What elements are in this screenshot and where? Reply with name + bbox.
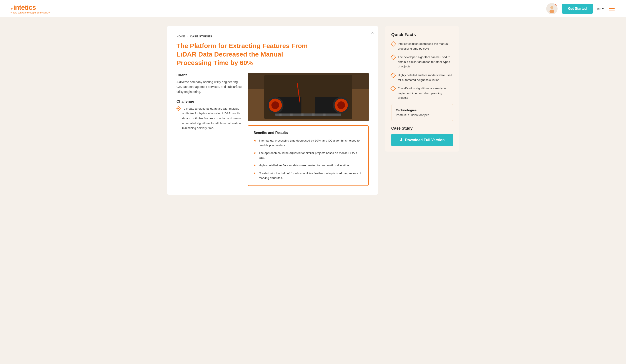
benefit-text-4: Created with the help of Excel capabilit… — [259, 171, 363, 180]
fact-diamond-icon-1 — [391, 41, 396, 46]
benefit-item-1: ★ The manual processing time decreased b… — [253, 138, 363, 148]
svg-rect-8 — [275, 114, 341, 116]
svg-point-21 — [337, 101, 345, 109]
quick-facts-panel: Quick Facts Intetics' solution decreased… — [385, 26, 459, 152]
fact-diamond-icon-2 — [391, 54, 396, 60]
main-content: × HOME < CASE STUDIES The Platform for E… — [156, 17, 470, 203]
breadcrumb: HOME < CASE STUDIES — [176, 35, 369, 38]
benefit-item-4: ★ Created with the help of Excel capabil… — [253, 171, 363, 180]
quick-facts-title: Quick Facts — [391, 32, 453, 37]
fact-diamond-icon-4 — [391, 86, 396, 91]
benefits-title: Benefits and Results — [253, 131, 363, 135]
logo[interactable]: ★ intetics Where software concepts come … — [10, 3, 50, 14]
challenge-text: To create a relational database with mul… — [182, 106, 242, 130]
menu-icon[interactable] — [608, 6, 616, 11]
content-grid: Client A diverse company offering utilit… — [176, 73, 369, 186]
lang-arrow-icon: ▾ — [602, 7, 604, 11]
benefit-text-2: The approach could be adjusted for simil… — [259, 151, 363, 160]
svg-rect-10 — [290, 114, 293, 116]
case-study-section: Case Study ⬇ Download Full Version — [391, 126, 453, 146]
technologies-title: Technologies — [396, 108, 448, 112]
star-icon-3: ★ — [253, 163, 256, 167]
breadcrumb-home[interactable]: HOME — [176, 35, 185, 38]
fact-item-1: Intetics' solution decreased the manual … — [391, 41, 453, 51]
logo-text: intetics — [13, 3, 36, 11]
page-title: The Platform for Extracting Features Fro… — [176, 41, 315, 67]
download-icon: ⬇ — [399, 138, 403, 142]
header-right: Get Started En ▾ — [546, 3, 616, 14]
fact-diamond-icon-3 — [391, 72, 396, 78]
svg-rect-13 — [323, 114, 326, 116]
logo-star-icon: ★ — [10, 7, 13, 10]
breadcrumb-separator: < — [187, 35, 188, 38]
avatar[interactable] — [546, 3, 557, 14]
fact-item-2: The developed algorithm can be used to o… — [391, 55, 453, 69]
benefit-text-3: Highly detailed surface models were crea… — [259, 163, 350, 168]
right-sidebar: Quick Facts Intetics' solution decreased… — [385, 26, 459, 195]
challenge-item: To create a relational database with mul… — [176, 106, 242, 130]
right-column: Benefits and Results ★ The manual proces… — [248, 73, 369, 186]
benefit-item-3: ★ Highly detailed surface models were cr… — [253, 163, 363, 168]
challenge-diamond-icon — [176, 106, 181, 111]
chat-bubble-icon — [554, 3, 557, 5]
svg-rect-12 — [312, 114, 314, 116]
svg-point-1 — [549, 10, 554, 13]
benefit-text-1: The manual processing time decreased by … — [259, 138, 363, 148]
person-icon — [548, 5, 556, 13]
fact-text-3: Highly detailed surface models were used… — [398, 73, 453, 82]
fact-item-3: Highly detailed surface models were used… — [391, 73, 453, 82]
star-icon-4: ★ — [253, 171, 256, 175]
svg-rect-11 — [301, 114, 304, 116]
svg-point-17 — [272, 101, 279, 109]
pipe-scene-svg — [248, 73, 369, 121]
fact-text-1: Intetics' solution decreased the manual … — [398, 41, 453, 51]
logo-tagline: Where software concepts come alive™ — [10, 11, 50, 14]
pipe-image-visual — [248, 73, 369, 121]
challenge-title: Challenge — [176, 99, 242, 104]
svg-rect-9 — [279, 114, 281, 116]
breadcrumb-current: CASE STUDIES — [190, 35, 212, 38]
benefits-box: Benefits and Results ★ The manual proces… — [248, 125, 369, 186]
header: ★ intetics Where software concepts come … — [0, 0, 626, 17]
case-image — [248, 73, 369, 121]
technologies-value: PostGIS / GlobalMapper — [396, 113, 448, 117]
case-study-label: Case Study — [391, 126, 453, 131]
close-button[interactable]: × — [371, 31, 374, 35]
download-button[interactable]: ⬇ Download Full Version — [391, 134, 453, 146]
get-started-button[interactable]: Get Started — [562, 4, 593, 14]
client-description: A diverse company offering utility engin… — [176, 80, 242, 94]
fact-text-2: The developed algorithm can be used to o… — [398, 55, 453, 69]
benefit-item-2: ★ The approach could be adjusted for sim… — [253, 151, 363, 160]
left-panel: × HOME < CASE STUDIES The Platform for E… — [167, 26, 378, 195]
technologies-box: Technologies PostGIS / GlobalMapper — [391, 104, 453, 121]
star-icon-2: ★ — [253, 151, 256, 155]
fact-item-4: Classification algorithms are ready to i… — [391, 86, 453, 100]
lang-label: En — [597, 7, 601, 10]
download-label: Download Full Version — [405, 138, 444, 142]
language-selector[interactable]: En ▾ — [597, 7, 604, 11]
benefit-items: ★ The manual processing time decreased b… — [253, 138, 363, 180]
fact-text-4: Classification algorithms are ready to i… — [398, 86, 453, 100]
star-icon-1: ★ — [253, 139, 256, 142]
client-title: Client — [176, 73, 242, 78]
left-column: Client A diverse company offering utilit… — [176, 73, 242, 186]
svg-point-0 — [550, 6, 553, 9]
